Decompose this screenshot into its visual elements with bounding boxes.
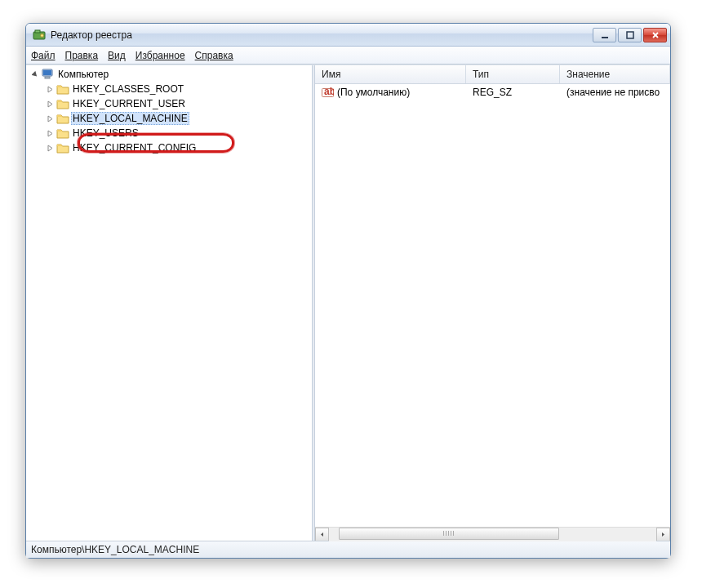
status-path: Компьютер\HKEY_LOCAL_MACHINE — [31, 544, 199, 555]
scroll-track[interactable] — [329, 528, 656, 541]
tree-item-hku[interactable]: HKEY_USERS — [41, 126, 312, 140]
tree-root-label: Компьютер — [56, 69, 110, 80]
svg-text:ab: ab — [324, 87, 334, 97]
list-cell-value: (значение не присво — [560, 87, 670, 98]
tree-item-label: HKEY_CURRENT_CONFIG — [71, 142, 198, 154]
registry-editor-window: Редактор реестра Файл Правка Вид Избранн… — [25, 23, 671, 559]
svg-rect-1 — [35, 30, 40, 33]
menu-edit[interactable]: Правка — [65, 50, 99, 61]
string-value-icon: ab — [322, 87, 334, 99]
collapse-icon[interactable] — [31, 70, 40, 79]
svg-rect-3 — [602, 37, 608, 38]
tree-item-label: HKEY_CURRENT_USER — [71, 98, 187, 109]
scroll-left-button[interactable] — [315, 528, 329, 541]
expand-icon[interactable] — [46, 100, 55, 109]
titlebar[interactable]: Редактор реестра — [26, 24, 670, 47]
tree-item-hklm[interactable]: HKEY_LOCAL_MACHINE — [41, 111, 312, 126]
list-header: Имя Тип Значение — [315, 65, 670, 84]
horizontal-scrollbar[interactable] — [315, 527, 670, 541]
app-icon — [33, 29, 46, 42]
tree-item-label: HKEY_CLASSES_ROOT — [71, 83, 185, 95]
menubar: Файл Правка Вид Избранное Справка — [26, 47, 670, 65]
statusbar: Компьютер\HKEY_LOCAL_MACHINE — [26, 541, 670, 558]
list-body[interactable]: ab (По умолчанию) REG_SZ (значение не пр… — [315, 84, 670, 527]
expand-icon[interactable] — [46, 144, 55, 153]
content-area: Компьютер HKEY_CLASSES_ROOT HKEY_CURRENT… — [26, 65, 670, 541]
tree-item-hkcu[interactable]: HKEY_CURRENT_USER — [41, 96, 312, 111]
computer-icon — [42, 68, 55, 81]
maximize-button[interactable] — [618, 28, 642, 42]
column-header-value[interactable]: Значение — [560, 65, 670, 83]
tree-root-children: HKEY_CLASSES_ROOT HKEY_CURRENT_USER HKEY… — [26, 82, 312, 155]
menu-help[interactable]: Справка — [195, 50, 233, 61]
svg-rect-4 — [627, 32, 633, 38]
scroll-thumb[interactable] — [339, 528, 559, 540]
window-title: Редактор реестра — [51, 29, 593, 41]
window-controls — [593, 28, 667, 42]
svg-point-2 — [41, 33, 44, 37]
expand-icon[interactable] — [46, 129, 55, 138]
column-header-name[interactable]: Имя — [315, 65, 466, 83]
list-pane: Имя Тип Значение ab (По умолчанию) REG_S… — [315, 65, 670, 541]
menu-view[interactable]: Вид — [108, 50, 126, 61]
close-button[interactable] — [643, 28, 667, 42]
list-row[interactable]: ab (По умолчанию) REG_SZ (значение не пр… — [315, 84, 670, 100]
tree-pane[interactable]: Компьютер HKEY_CLASSES_ROOT HKEY_CURRENT… — [26, 65, 312, 541]
list-cell-type: REG_SZ — [466, 87, 560, 98]
expand-icon[interactable] — [46, 85, 55, 94]
minimize-button[interactable] — [593, 28, 616, 42]
folder-icon — [56, 97, 69, 110]
list-cell-name: (По умолчанию) — [337, 87, 410, 98]
svg-rect-9 — [45, 77, 50, 78]
folder-icon — [56, 141, 69, 154]
scroll-right-button[interactable] — [656, 528, 670, 541]
folder-icon — [56, 127, 69, 140]
folder-icon — [56, 82, 69, 96]
column-header-type[interactable]: Тип — [466, 65, 560, 83]
menu-file[interactable]: Файл — [31, 50, 56, 61]
tree-item-hkcc[interactable]: HKEY_CURRENT_CONFIG — [41, 140, 312, 155]
menu-favorites[interactable]: Избранное — [136, 50, 185, 61]
tree-item-hkcr[interactable]: HKEY_CLASSES_ROOT — [41, 82, 312, 96]
tree-item-label: HKEY_LOCAL_MACHINE — [71, 112, 189, 125]
expand-icon[interactable] — [46, 114, 55, 123]
svg-rect-8 — [43, 70, 51, 75]
tree-item-label: HKEY_USERS — [71, 127, 140, 139]
tree-root-computer[interactable]: Компьютер — [26, 67, 312, 82]
folder-icon — [56, 112, 69, 125]
